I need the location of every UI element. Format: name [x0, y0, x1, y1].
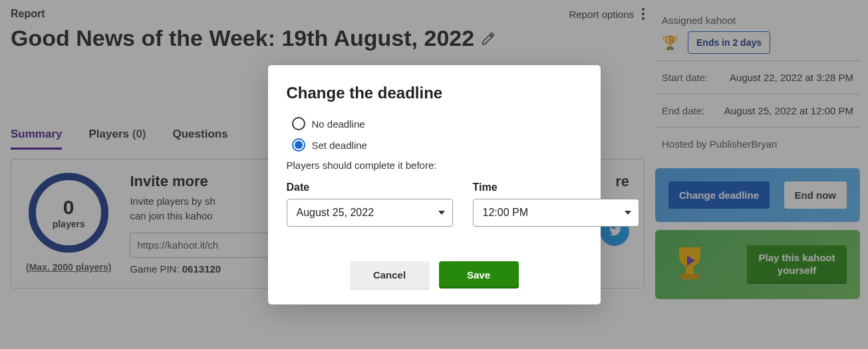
change-deadline-modal: Change the deadline No deadline Set dead…: [268, 65, 601, 304]
radio-set-deadline[interactable]: Set deadline: [287, 138, 582, 152]
radio-no-deadline[interactable]: No deadline: [287, 117, 582, 130]
date-select[interactable]: [287, 199, 453, 227]
save-button[interactable]: Save: [439, 261, 519, 289]
modal-overlay[interactable]: Change the deadline No deadline Set dead…: [0, 0, 868, 349]
radio-set-deadline-label: Set deadline: [312, 140, 367, 151]
time-field-label: Time: [473, 181, 639, 193]
modal-title: Change the deadline: [287, 84, 582, 102]
radio-icon-selected: [292, 138, 305, 152]
radio-icon: [292, 117, 305, 130]
modal-hint: Players should complete it before:: [287, 160, 582, 171]
time-select[interactable]: [473, 199, 639, 227]
radio-no-deadline-label: No deadline: [312, 118, 365, 130]
date-field-label: Date: [287, 181, 453, 193]
cancel-button[interactable]: Cancel: [350, 261, 430, 289]
